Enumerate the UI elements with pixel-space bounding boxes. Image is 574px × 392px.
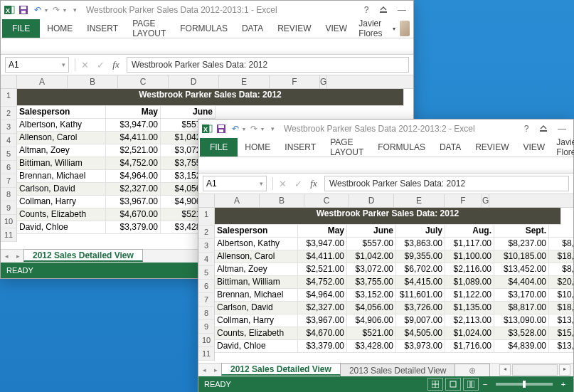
col-header[interactable]: F: [270, 75, 320, 88]
cell[interactable]: [549, 225, 573, 238]
cell[interactable]: Carlson, David: [17, 183, 106, 196]
cell[interactable]: $13,452.00: [494, 263, 549, 276]
tab-page-layout[interactable]: PAGE LAYOUT: [323, 138, 371, 157]
cell[interactable]: $3,072.00: [347, 263, 396, 276]
minimize-button[interactable]: —: [553, 122, 570, 136]
cell[interactable]: David, Chloe: [17, 221, 106, 234]
cell[interactable]: $20,114: [549, 276, 573, 289]
row-header[interactable]: 10: [198, 334, 215, 347]
row-header[interactable]: 1: [1, 89, 17, 107]
cell[interactable]: $4,752.00: [106, 157, 161, 170]
tab-insert[interactable]: INSERT: [277, 138, 323, 157]
tab-review[interactable]: REVIEW: [468, 138, 516, 157]
tab-file[interactable]: FILE: [200, 138, 238, 157]
title-cell[interactable]: Westbrook Parker Sales Data: 2012: [17, 89, 404, 106]
redo-icon[interactable]: ↷: [51, 4, 62, 16]
name-box[interactable]: A1▾: [203, 176, 267, 191]
row-header[interactable]: 3: [1, 120, 17, 134]
cell[interactable]: $2,521.00: [106, 144, 161, 157]
qat-customize-icon[interactable]: ▾: [69, 4, 80, 16]
cancel-formula-button[interactable]: ✕: [275, 179, 290, 189]
cell[interactable]: $3,528.00: [494, 327, 549, 340]
cell[interactable]: $2,521.00: [298, 263, 347, 276]
qat-customize-icon[interactable]: ▾: [267, 123, 278, 134]
view-page-layout-button[interactable]: [445, 378, 461, 391]
cell[interactable]: $557.00: [347, 238, 396, 250]
cell[interactable]: $1,135.00: [445, 302, 494, 314]
cell[interactable]: Bittiman, William: [17, 157, 106, 170]
row-header[interactable]: 5: [198, 266, 215, 280]
zoom-slider[interactable]: [496, 383, 553, 386]
row-header[interactable]: 10: [1, 215, 17, 228]
sheet-tab-active[interactable]: 2012 Sales Detailed View: [23, 249, 143, 262]
col-header[interactable]: D: [349, 194, 394, 207]
cell[interactable]: $15,275: [549, 327, 573, 340]
minimize-button[interactable]: —: [393, 3, 410, 17]
cell[interactable]: $8,237.00: [494, 238, 549, 250]
cell[interactable]: Albertson, Kathy: [17, 119, 106, 132]
cell[interactable]: $4,964.00: [298, 289, 347, 302]
cell[interactable]: Allenson, Carol: [17, 132, 106, 144]
caret-icon[interactable]: ▾: [243, 126, 245, 132]
cell[interactable]: $2,327.00: [298, 302, 347, 314]
cell[interactable]: $4,411.00: [106, 132, 161, 144]
cell[interactable]: $3,428.00: [347, 340, 396, 353]
row-header[interactable]: 11: [198, 347, 215, 361]
caret-icon[interactable]: ▾: [45, 7, 48, 14]
col-header[interactable]: B: [68, 75, 118, 88]
row-header[interactable]: 4: [198, 253, 215, 266]
cell[interactable]: $3,152.00: [347, 289, 396, 302]
name-box[interactable]: A1▾: [5, 57, 69, 73]
cell[interactable]: Albertson, Kathy: [215, 238, 298, 250]
cell[interactable]: $4,056.00: [347, 302, 396, 314]
tab-file[interactable]: FILE: [2, 19, 40, 38]
caret-icon[interactable]: ▾: [63, 7, 66, 14]
cell[interactable]: $3,755.00: [347, 276, 396, 289]
signin[interactable]: Javier Flores▾: [354, 19, 413, 38]
sheet-tab[interactable]: 2013 Sales Detailed View: [340, 364, 456, 376]
cell[interactable]: $4,404.00: [494, 276, 549, 289]
cell[interactable]: $3,726.00: [396, 302, 445, 314]
cell[interactable]: $1,089.00: [445, 276, 494, 289]
cell[interactable]: $13,085: [549, 340, 573, 353]
cell[interactable]: Brennan, Michael: [215, 289, 298, 302]
cell[interactable]: Sept.: [494, 225, 549, 238]
cell[interactable]: $3,170.00: [494, 289, 549, 302]
tab-home[interactable]: HOME: [238, 138, 277, 157]
row-header[interactable]: 1: [198, 208, 215, 226]
cell[interactable]: $18,524: [549, 302, 573, 314]
formula-input[interactable]: Westbrook Parker Sales Data: 2012: [324, 176, 569, 191]
cell[interactable]: $2,327.00: [106, 183, 161, 196]
row-header[interactable]: 8: [1, 188, 17, 201]
col-header[interactable]: E: [219, 75, 270, 88]
cell[interactable]: $3,947.00: [298, 238, 347, 250]
cell[interactable]: $10,185.00: [494, 250, 549, 263]
col-header[interactable]: B: [260, 194, 304, 207]
cell[interactable]: $13,953: [549, 314, 573, 327]
view-page-break-button[interactable]: [463, 378, 479, 391]
tab-formulas[interactable]: FORMULAS: [371, 138, 432, 157]
cell[interactable]: $1,122.00: [445, 289, 494, 302]
row-header[interactable]: 8: [198, 307, 215, 320]
col-header[interactable]: D: [169, 75, 219, 88]
row-header[interactable]: 7: [198, 293, 215, 307]
sheet-tab-active[interactable]: 2012 Sales Detailed View: [221, 363, 341, 376]
spreadsheet-grid[interactable]: A B C D E F G 1234567891011 Westbrook Pa…: [198, 194, 573, 363]
tab-data[interactable]: DATA: [432, 138, 468, 157]
cell[interactable]: Altman, Zoey: [215, 263, 298, 276]
tab-view[interactable]: VIEW: [319, 19, 355, 38]
col-header[interactable]: E: [394, 194, 445, 207]
cell[interactable]: $8,690: [549, 238, 573, 250]
tab-scroll-next[interactable]: ▸: [12, 250, 23, 263]
cell[interactable]: $4,964.00: [106, 170, 161, 183]
cell[interactable]: Salesperson: [17, 106, 106, 119]
cell[interactable]: $3,863.00: [396, 238, 445, 250]
fx-button[interactable]: fx: [306, 178, 321, 189]
cell[interactable]: Counts, Elizabeth: [215, 327, 298, 340]
cell[interactable]: $3,379.00: [106, 221, 161, 234]
cell[interactable]: $11,601.00: [396, 289, 445, 302]
cell[interactable]: Collman, Harry: [215, 314, 298, 327]
cell[interactable]: $8,817.00: [494, 302, 549, 314]
cell[interactable]: $1,042.00: [347, 250, 396, 263]
cell[interactable]: $1,716.00: [445, 340, 494, 353]
